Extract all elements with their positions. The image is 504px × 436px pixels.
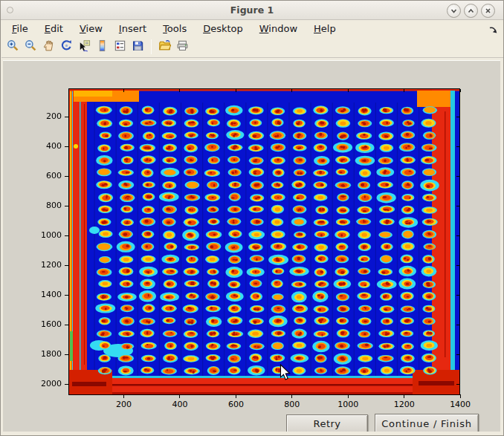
y-tick-right xyxy=(456,265,459,266)
zoom-in-icon xyxy=(7,39,19,54)
y-tick-right xyxy=(456,235,459,236)
menu-item-window[interactable]: Window xyxy=(253,22,303,35)
y-tick xyxy=(65,325,68,325)
x-tick-top xyxy=(123,89,124,92)
y-tick-right xyxy=(456,146,459,147)
window-left-border xyxy=(1,60,3,432)
y-tick xyxy=(65,235,68,236)
y-tick-label: 1200 xyxy=(29,260,62,270)
y-tick-label: 1600 xyxy=(29,319,62,329)
y-tick xyxy=(65,354,68,355)
save-icon xyxy=(132,39,144,54)
menubar: FileEditViewInsertToolsDesktopWindowHelp xyxy=(1,21,504,36)
x-tick-top xyxy=(236,89,236,92)
y-tick-right xyxy=(456,325,459,325)
dock-figure-icon[interactable] xyxy=(488,24,498,33)
zoom-out-button[interactable] xyxy=(22,39,39,56)
retry-button[interactable]: Retry xyxy=(286,414,368,433)
legend-icon xyxy=(114,39,126,54)
y-tick xyxy=(65,206,68,206)
printer-icon xyxy=(176,39,189,54)
plate-image[interactable] xyxy=(69,89,459,394)
x-tick xyxy=(179,394,180,398)
x-tick-top xyxy=(291,89,292,92)
y-tick-label: 400 xyxy=(29,141,62,151)
pan-button[interactable] xyxy=(40,39,57,56)
y-tick xyxy=(65,146,68,147)
continue-finish-button[interactable]: Continue / Finish xyxy=(375,414,479,433)
y-tick-right xyxy=(456,354,459,355)
menu-item-insert[interactable]: Insert xyxy=(113,22,152,35)
x-tick xyxy=(123,394,124,398)
y-tick-right xyxy=(456,206,459,206)
close-button[interactable] xyxy=(481,4,495,18)
y-tick-label: 800 xyxy=(29,201,62,210)
menu-item-file[interactable]: File xyxy=(6,22,34,35)
toolbar-separator xyxy=(151,39,152,54)
x-tick-top xyxy=(179,89,180,92)
x-tick-top xyxy=(404,89,404,92)
pan-hand-icon xyxy=(42,39,55,54)
y-tick-right xyxy=(456,295,459,296)
x-tick xyxy=(348,394,349,398)
y-tick xyxy=(65,176,68,177)
menu-item-tools[interactable]: Tools xyxy=(157,22,193,35)
y-tick-right xyxy=(456,384,459,385)
menu-item-desktop[interactable]: Desktop xyxy=(197,22,249,35)
figure-canvas-area: 2004006008001000120014002004006008001000… xyxy=(3,60,500,432)
save-figure-button[interactable] xyxy=(129,39,146,56)
x-tick-top xyxy=(460,89,461,92)
maximize-button[interactable] xyxy=(464,4,478,18)
y-tick-label: 1400 xyxy=(29,290,62,299)
data-cursor-button[interactable] xyxy=(76,39,93,56)
x-tick-label: 600 xyxy=(219,400,252,409)
y-tick-label: 1800 xyxy=(29,349,62,359)
y-tick xyxy=(65,117,68,117)
y-tick-label: 200 xyxy=(29,111,62,121)
print-figure-button[interactable] xyxy=(174,39,191,56)
y-tick xyxy=(65,265,68,266)
menu-item-help[interactable]: Help xyxy=(308,22,342,35)
colorbar-icon xyxy=(96,39,109,54)
rotate-3d-button[interactable] xyxy=(58,39,75,56)
mouse-cursor xyxy=(280,364,291,384)
x-tick-label: 800 xyxy=(276,400,308,409)
x-tick-label: 1400 xyxy=(444,400,476,409)
y-tick xyxy=(65,295,68,296)
insert-legend-button[interactable] xyxy=(112,39,129,56)
y-tick-right xyxy=(456,176,459,177)
y-tick-label: 1000 xyxy=(29,230,62,240)
y-tick xyxy=(65,384,68,385)
insert-colorbar-button[interactable] xyxy=(94,39,111,56)
x-tick xyxy=(291,394,292,398)
open-file-button[interactable] xyxy=(156,39,173,56)
minimize-button[interactable] xyxy=(447,4,461,18)
x-tick xyxy=(460,394,461,398)
x-tick xyxy=(236,394,236,398)
menu-item-edit[interactable]: Edit xyxy=(39,22,69,35)
zoom-out-icon xyxy=(25,39,37,54)
data-cursor-icon xyxy=(78,39,91,54)
x-tick-label: 400 xyxy=(164,400,196,409)
y-tick-label: 2000 xyxy=(29,379,62,388)
axes: 2004006008001000120014002004006008001000… xyxy=(68,88,460,395)
y-tick-label: 600 xyxy=(29,171,62,180)
figure-window: Figure 1 FileEditViewInsertToolsDesktopW… xyxy=(0,0,504,436)
x-tick-top xyxy=(348,89,349,92)
window-right-border xyxy=(500,60,504,432)
rotate-3d-icon xyxy=(60,39,73,54)
x-tick xyxy=(404,394,404,398)
titlebar[interactable]: Figure 1 xyxy=(1,1,503,20)
window-bottom-border xyxy=(1,432,504,436)
x-tick-label: 1200 xyxy=(388,400,421,409)
window-title: Figure 1 xyxy=(1,1,503,20)
open-folder-icon xyxy=(158,39,171,54)
y-tick-right xyxy=(456,117,459,117)
figure-toolbar xyxy=(1,36,504,58)
menubar-items: FileEditViewInsertToolsDesktopWindowHelp xyxy=(6,22,346,35)
zoom-in-button[interactable] xyxy=(4,39,22,56)
menu-item-view[interactable]: View xyxy=(74,22,109,35)
x-tick-label: 1000 xyxy=(332,400,364,409)
x-tick-label: 200 xyxy=(108,400,140,409)
